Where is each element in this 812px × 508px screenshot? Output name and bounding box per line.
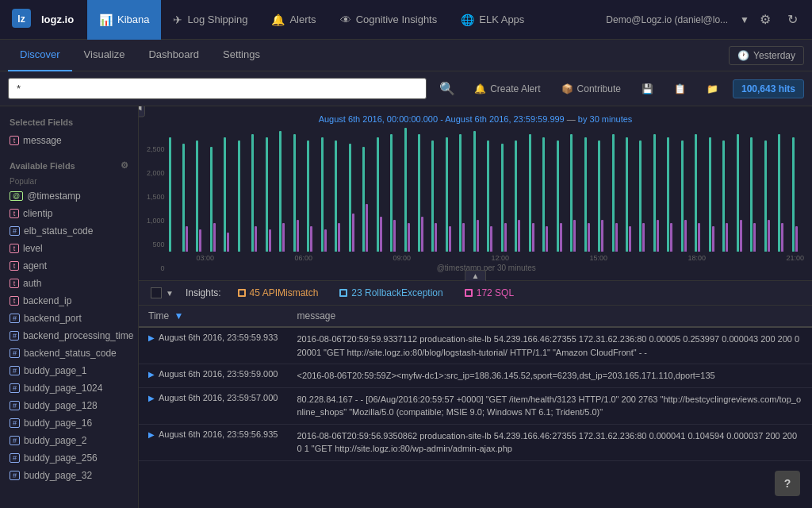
tab-dashboard[interactable]: Dashboard xyxy=(136,40,211,71)
save-icon: 💾 xyxy=(642,83,653,94)
log-table-body: ▶August 6th 2016, 23:59:59.9332016-08-06… xyxy=(139,327,812,460)
teal-bar xyxy=(501,144,504,252)
bar-group xyxy=(778,134,790,252)
bar-group xyxy=(210,147,222,252)
field-backend-processing-time[interactable]: # backend_processing_time xyxy=(0,327,138,344)
bar-group xyxy=(404,128,416,252)
field-backend-status-code[interactable]: # backend_status_code xyxy=(0,344,138,362)
purple-bar xyxy=(338,223,340,252)
teal-bar xyxy=(266,137,268,252)
collapse-chart-button[interactable]: ▲ xyxy=(465,270,487,281)
nav-alerts[interactable]: 🔔 Alerts xyxy=(259,0,327,40)
bar-group xyxy=(279,131,291,252)
create-alert-button[interactable]: 🔔 Create Alert xyxy=(468,80,546,98)
contribute-icon: 📦 xyxy=(561,83,573,94)
bar-group xyxy=(446,137,458,252)
expand-row-button[interactable]: ▶ xyxy=(148,333,155,342)
tab-visualize[interactable]: Visualize xyxy=(72,40,137,71)
tab-settings[interactable]: Settings xyxy=(211,40,272,71)
tab-discover[interactable]: Discover xyxy=(8,40,72,71)
bar-group xyxy=(487,140,499,252)
teal-bar xyxy=(362,147,365,252)
table-row: ▶August 6th 2016, 23:59:57.00080.228.84.… xyxy=(139,387,812,424)
collapse-sidebar-button[interactable]: ◀ xyxy=(139,106,145,117)
field-backend-ip[interactable]: t backend_ip xyxy=(0,292,138,310)
field-buddy-page-32[interactable]: # buddy_page_32 xyxy=(0,467,138,484)
selected-fields-title: Selected Fields xyxy=(0,113,138,132)
share-button[interactable]: 📋 xyxy=(668,80,692,98)
nav-log-shipping[interactable]: ✈ Log Shipping xyxy=(161,0,259,40)
bar-group xyxy=(612,134,624,252)
field-auth[interactable]: t auth xyxy=(0,275,138,292)
insight-api-badge[interactable]: 45 APIMismatch xyxy=(233,286,324,300)
field-buddy-page-2[interactable]: # buddy_page_2 xyxy=(0,432,138,449)
contribute-button[interactable]: 📦 Contribute xyxy=(555,80,627,98)
nav-kibana[interactable]: 📊 Kibana xyxy=(87,0,161,40)
teal-bar xyxy=(778,134,780,252)
field-buddy-page-1024[interactable]: # buddy_page_1024 xyxy=(0,379,138,397)
nav-right: Demo@Logz.io (daniel@lo... ▼ ⚙ ↻ xyxy=(598,8,812,31)
refresh-button[interactable]: ↻ xyxy=(781,8,804,31)
log-shipping-icon: ✈ xyxy=(173,13,182,26)
content-area: ◀ August 6th 2016, 00:00:00.000 - August… xyxy=(139,106,812,508)
teal-bar xyxy=(792,137,795,252)
settings-button[interactable]: ⚙ xyxy=(753,8,777,31)
purple-bar xyxy=(352,214,354,252)
purple-bar xyxy=(366,204,368,252)
nav-elk-apps[interactable]: 🌐 ELK Apps xyxy=(449,0,536,40)
field-buddy-page-1[interactable]: # buddy_page_1 xyxy=(0,362,138,379)
teal-bar xyxy=(529,134,531,252)
purple-bar xyxy=(712,226,714,252)
field-clientip[interactable]: t clientip xyxy=(0,205,138,222)
teal-bar xyxy=(224,137,226,252)
chart-panel: August 6th 2016, 00:00:00.000 - August 6… xyxy=(139,106,812,281)
time-cell: ▶August 6th 2016, 23:59:56.935 xyxy=(139,424,287,460)
field-type-icon: t xyxy=(10,136,19,145)
teal-bar xyxy=(695,134,697,252)
expand-row-button[interactable]: ▶ xyxy=(148,394,155,402)
teal-bar xyxy=(335,140,337,252)
bar-group xyxy=(362,147,374,252)
field-buddy-page-128[interactable]: # buddy_page_128 xyxy=(0,397,138,414)
time-column-header[interactable]: Time ▼ xyxy=(139,306,287,327)
help-button[interactable]: ? xyxy=(775,471,800,496)
user-dropdown-icon[interactable]: ▼ xyxy=(740,14,749,25)
search-input[interactable] xyxy=(8,78,427,99)
field-buddy-page-256[interactable]: # buddy_page_256 xyxy=(0,449,138,467)
selected-field-message[interactable]: t message xyxy=(0,132,138,149)
teal-bar xyxy=(377,137,379,252)
time-range-button[interactable]: 🕐 Yesterday xyxy=(729,46,804,65)
field-agent[interactable]: t agent xyxy=(0,257,138,275)
insight-sql-badge[interactable]: 172 SQL xyxy=(460,286,519,300)
field-timestamp[interactable]: @ @timestamp xyxy=(0,187,138,205)
message-column-header[interactable]: message xyxy=(287,306,812,327)
chart-bars xyxy=(169,128,804,252)
purple-bar xyxy=(504,223,507,252)
teal-bar xyxy=(515,140,517,252)
select-all-checkbox[interactable] xyxy=(151,287,162,298)
field-backend-port[interactable]: # backend_port xyxy=(0,310,138,327)
save-button[interactable]: 💾 xyxy=(635,80,660,98)
select-all[interactable]: ▼ xyxy=(151,287,174,298)
bar-group xyxy=(709,137,721,252)
bar-group xyxy=(653,134,665,252)
search-button[interactable]: 🔍 xyxy=(433,78,462,99)
purple-bar xyxy=(380,217,382,252)
purple-bar xyxy=(698,223,700,252)
field-elb-status-code[interactable]: # elb_status_code xyxy=(0,222,138,240)
expand-row-button[interactable]: ▶ xyxy=(148,430,155,439)
user-info[interactable]: Demo@Logz.io (daniel@lo... xyxy=(598,14,736,25)
hits-badge: 100,643 hits xyxy=(733,79,804,98)
nav-cognitive-insights[interactable]: 👁 Cognitive Insights xyxy=(328,0,450,40)
available-fields-title: Available Fields ⚙ xyxy=(0,156,138,175)
field-level[interactable]: t level xyxy=(0,240,138,257)
insight-rollback-badge[interactable]: 23 RollbackException xyxy=(335,286,447,300)
purple-bar xyxy=(435,223,437,252)
purple-bar xyxy=(199,229,201,252)
expand-row-button[interactable]: ▶ xyxy=(148,370,155,379)
folder-button[interactable]: 📁 xyxy=(700,80,725,98)
teal-bar xyxy=(542,137,545,252)
settings-gear-icon[interactable]: ⚙ xyxy=(121,160,128,171)
dropdown-icon[interactable]: ▼ xyxy=(166,289,174,298)
field-buddy-page-16[interactable]: # buddy_page_16 xyxy=(0,414,138,432)
